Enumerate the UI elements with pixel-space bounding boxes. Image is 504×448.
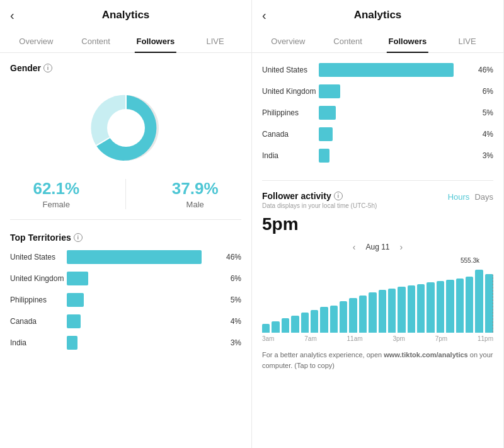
chart-date: Aug 11 — [365, 243, 389, 251]
tab-overview-left[interactable]: Overview — [6, 30, 66, 52]
bar-fill — [67, 336, 77, 350]
chart-bar — [417, 284, 425, 333]
territory-pct: 6% — [476, 87, 493, 96]
x-label: 11am — [347, 335, 363, 342]
chart-bar — [282, 318, 289, 333]
territory-pct: 46% — [476, 66, 493, 74]
bar-fill — [319, 149, 329, 163]
chart-bar — [359, 296, 367, 333]
bar-track — [319, 63, 472, 77]
footer-note: For a better analytics experience, open … — [262, 350, 493, 370]
tab-live-right[interactable]: LIVE — [437, 30, 497, 52]
bar-track — [319, 149, 472, 163]
territory-label: Philippines — [10, 296, 67, 304]
chart-bar — [398, 287, 405, 333]
left-back-button[interactable]: ‹ — [10, 8, 14, 23]
bar-track — [319, 84, 472, 98]
chart-bar — [388, 289, 396, 333]
left-content: Gender i — [0, 53, 251, 448]
hours-toggle[interactable]: Hours — [448, 192, 470, 202]
list-item: United Kingdom 6% — [10, 272, 241, 285]
right-content: United States 46% United Kingdom 6% Phil… — [252, 53, 503, 448]
chart-bar — [466, 277, 473, 333]
x-label: 3pm — [392, 335, 404, 342]
left-page-title: Analytics — [102, 9, 150, 21]
chart-bar — [446, 280, 454, 333]
bar-track — [67, 293, 220, 307]
tab-followers-left[interactable]: Followers — [126, 30, 186, 52]
left-territories-list: United States 46% United Kingdom 6% Phil… — [10, 250, 241, 350]
right-page-title: Analytics — [354, 9, 402, 21]
chart-bar — [349, 298, 357, 333]
chart-bar — [408, 285, 415, 333]
territory-label: Canada — [10, 317, 67, 326]
activity-title: Follower activity i — [262, 191, 377, 201]
analytics-link[interactable]: www.tiktok.com/analytics — [384, 351, 467, 359]
territory-pct: 3% — [224, 338, 241, 347]
tab-overview-right[interactable]: Overview — [258, 30, 318, 52]
male-percentage: 37.9% — [172, 179, 219, 198]
chart-navigation: ‹ Aug 11 › — [262, 242, 493, 252]
list-item: Canada 4% — [262, 127, 493, 141]
territory-pct: 6% — [224, 274, 241, 283]
left-tab-bar: Overview Content Followers LIVE — [0, 30, 251, 53]
left-panel: ‹ Analytics Overview Content Followers L… — [0, 0, 252, 448]
list-item: Philippines 5% — [10, 293, 241, 307]
list-item: India 3% — [262, 149, 493, 163]
gender-section: 62.1% Female 37.9% Male — [10, 81, 241, 220]
x-label: 7pm — [435, 335, 447, 342]
list-item: India 3% — [10, 336, 241, 350]
right-tab-bar: Overview Content Followers LIVE — [252, 30, 503, 53]
territory-label: India — [262, 151, 319, 160]
list-item: United States 46% — [262, 63, 493, 77]
tab-content-left[interactable]: Content — [66, 30, 126, 52]
bar-fill — [67, 293, 84, 307]
right-back-button[interactable]: ‹ — [262, 8, 266, 23]
activity-info-icon[interactable]: i — [334, 192, 343, 200]
x-label: 3am — [262, 335, 274, 342]
follower-activity-section: Follower activity i Data displays in you… — [262, 191, 493, 370]
chart-prev-button[interactable]: ‹ — [353, 242, 356, 252]
gender-info-icon[interactable]: i — [43, 64, 52, 72]
days-toggle[interactable]: Days — [474, 192, 493, 202]
chart-next-button[interactable]: › — [400, 242, 403, 252]
bar-track — [319, 127, 472, 141]
female-percentage: 62.1% — [33, 179, 79, 198]
bar-fill — [67, 272, 88, 285]
bar-fill — [67, 250, 202, 264]
chart-bar — [369, 292, 376, 333]
tab-content-right[interactable]: Content — [318, 30, 378, 52]
bar-track — [319, 106, 472, 120]
territories-info-icon[interactable]: i — [74, 233, 83, 242]
territory-label: United States — [10, 253, 67, 261]
chart-bar — [475, 270, 483, 333]
bar-fill — [319, 127, 333, 141]
territory-label: Philippines — [262, 108, 319, 117]
chart-bar — [485, 274, 493, 333]
territory-label: United Kingdom — [262, 87, 319, 96]
male-label: Male — [186, 200, 204, 209]
female-stat: 62.1% Female — [33, 179, 79, 209]
chart-wrapper: 555.3k — [262, 257, 493, 333]
bar-track — [67, 250, 220, 264]
territory-pct: 5% — [224, 296, 241, 304]
tab-live-left[interactable]: LIVE — [185, 30, 245, 52]
left-header: ‹ Analytics — [0, 0, 251, 30]
list-item: Philippines 5% — [262, 106, 493, 120]
chart-bar — [262, 324, 270, 333]
bar-chart — [262, 257, 493, 333]
right-panel: ‹ Analytics Overview Content Followers L… — [252, 0, 504, 448]
chart-bar — [456, 279, 464, 333]
territory-label: India — [10, 338, 67, 347]
chart-bar — [379, 290, 386, 333]
gender-section-title: Gender i — [10, 63, 241, 73]
activity-title-group: Follower activity i Data displays in you… — [262, 191, 377, 209]
gender-pie-chart — [85, 87, 167, 169]
chart-bar — [437, 281, 444, 333]
territory-label: United Kingdom — [10, 274, 67, 283]
female-label: Female — [43, 200, 70, 209]
territory-pct: 4% — [224, 317, 241, 326]
chart-bar — [330, 306, 338, 333]
bar-fill — [319, 106, 336, 120]
tab-followers-right[interactable]: Followers — [378, 30, 438, 52]
